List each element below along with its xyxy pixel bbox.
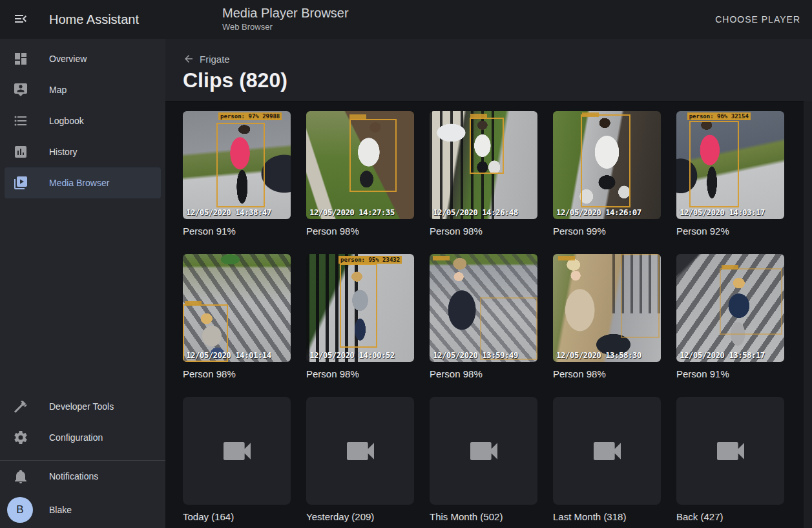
clip-timestamp: 12/05/2020 13:58:30 bbox=[556, 350, 641, 360]
folder-label: Yesterday (209) bbox=[306, 510, 414, 524]
sidebar-spacer bbox=[0, 198, 165, 391]
sidebar-item-media-browser[interactable]: Media Browser bbox=[5, 167, 161, 198]
clip-label: Person 99% bbox=[553, 224, 661, 238]
media-browser-panel: Frigate Clips (820) person: 97% 29988 12… bbox=[165, 39, 812, 528]
folder-card-today[interactable]: Today (164) bbox=[183, 397, 291, 524]
sidebar-item-label: Notifications bbox=[49, 471, 98, 481]
detection-tag bbox=[722, 265, 738, 269]
sidebar-item-map[interactable]: Map bbox=[0, 74, 165, 105]
sidebar-item-logbook[interactable]: Logbook bbox=[0, 105, 165, 136]
clip-label: Person 98% bbox=[306, 367, 414, 381]
clip-thumbnail: 12/05/2020 13:58:30 bbox=[553, 254, 661, 362]
clip-label: Person 98% bbox=[306, 224, 414, 238]
sidebar-item-overview[interactable]: Overview bbox=[0, 43, 165, 74]
clip-label: Person 98% bbox=[430, 224, 537, 238]
gear-icon bbox=[13, 430, 28, 445]
clip-thumbnail: person: 97% 29988 12/05/2020 14:38:47 bbox=[183, 111, 291, 219]
sidebar-item-label: Overview bbox=[49, 54, 87, 64]
sidebar-toggle-button[interactable] bbox=[6, 5, 35, 34]
breadcrumb-back[interactable]: Frigate bbox=[183, 53, 230, 65]
clip-card[interactable]: 12/05/2020 13:58:30 Person 98% bbox=[553, 254, 661, 381]
sidebar-item-history[interactable]: History bbox=[0, 136, 165, 167]
clip-card[interactable]: person: 96% 32154 12/05/2020 14:03:17 Pe… bbox=[676, 111, 784, 238]
detection-tag bbox=[433, 256, 450, 260]
sidebar-item-profile[interactable]: B Blake bbox=[0, 492, 165, 528]
sidebar-item-label: History bbox=[49, 147, 78, 157]
clip-timestamp: 12/05/2020 14:38:47 bbox=[186, 207, 271, 217]
clip-label: Person 98% bbox=[553, 367, 661, 381]
clip-card[interactable]: 12/05/2020 14:26:48 Person 98% bbox=[430, 111, 537, 238]
vertical-scrollbar[interactable] bbox=[804, 101, 812, 528]
clip-timestamp: 12/05/2020 13:58:17 bbox=[680, 350, 765, 360]
history-chart-icon bbox=[13, 144, 28, 160]
detection-box bbox=[581, 114, 630, 207]
clip-card[interactable]: 12/05/2020 13:58:17 Person 91% bbox=[676, 254, 784, 381]
page-title: Clips (820) bbox=[183, 69, 287, 92]
clip-thumbnail: 12/05/2020 13:58:17 bbox=[676, 254, 784, 362]
clip-card[interactable]: person: 97% 29988 12/05/2020 14:38:47 Pe… bbox=[183, 111, 291, 238]
folder-card-back[interactable]: Back (427) bbox=[676, 397, 784, 524]
clip-thumbnail: person: 96% 32154 12/05/2020 14:03:17 bbox=[676, 111, 784, 219]
folder-thumbnail bbox=[183, 397, 291, 505]
breadcrumb-label: Frigate bbox=[200, 54, 230, 65]
clip-label: Person 91% bbox=[183, 224, 291, 238]
detection-tag: person: 95% 23432 bbox=[338, 256, 402, 264]
arrow-left-icon bbox=[183, 53, 194, 65]
detection-box bbox=[621, 254, 660, 338]
clip-label: Person 91% bbox=[676, 367, 784, 381]
video-camera-icon bbox=[466, 433, 502, 469]
detection-box bbox=[216, 123, 265, 207]
panel-title: Media Player Browser bbox=[222, 5, 349, 21]
folder-label: Back (427) bbox=[676, 510, 784, 524]
clip-timestamp: 12/05/2020 14:01:14 bbox=[186, 350, 271, 360]
folders-row: Today (164) Yesterday (209) This Month (… bbox=[183, 397, 784, 524]
content-header: Frigate Clips (820) bbox=[165, 39, 812, 101]
folder-card-last-month[interactable]: Last Month (318) bbox=[553, 397, 661, 524]
logbook-list-icon bbox=[13, 113, 28, 129]
app-bar: Home Assistant Media Player Browser Web … bbox=[0, 0, 812, 39]
app-title: Home Assistant bbox=[49, 12, 139, 27]
clip-card[interactable]: 12/05/2020 14:26:07 Person 99% bbox=[553, 111, 661, 238]
media-browser-icon bbox=[13, 175, 28, 191]
folder-thumbnail bbox=[430, 397, 537, 505]
folder-card-yesterday[interactable]: Yesterday (209) bbox=[306, 397, 414, 524]
menu-open-icon bbox=[13, 11, 28, 28]
clips-grid: person: 97% 29988 12/05/2020 14:38:47 Pe… bbox=[183, 111, 784, 528]
video-camera-icon bbox=[342, 433, 379, 469]
sidebar: Overview Map Logbook History Media Brows… bbox=[0, 39, 165, 528]
detection-tag bbox=[582, 112, 599, 117]
sidebar-nav: Overview Map Logbook History Media Brows… bbox=[0, 39, 165, 198]
folder-thumbnail bbox=[553, 397, 661, 505]
folder-card-this-month[interactable]: This Month (502) bbox=[430, 397, 537, 524]
clip-timestamp: 12/05/2020 14:26:48 bbox=[433, 207, 518, 217]
clip-timestamp: 12/05/2020 14:00:52 bbox=[309, 350, 395, 360]
clip-thumbnail: person: 95% 23432 12/05/2020 14:00:52 bbox=[306, 254, 414, 362]
map-account-icon bbox=[13, 82, 28, 98]
clip-card[interactable]: 12/05/2020 13:59:49 Person 98% bbox=[430, 254, 537, 381]
video-camera-icon bbox=[219, 433, 255, 469]
sidebar-item-developer-tools[interactable]: Developer Tools bbox=[0, 391, 165, 422]
sidebar-item-notifications[interactable]: Notifications bbox=[0, 461, 165, 492]
sidebar-item-label: Logbook bbox=[49, 116, 84, 126]
detection-box bbox=[340, 264, 377, 348]
clips-row: person: 97% 29988 12/05/2020 14:38:47 Pe… bbox=[183, 111, 784, 238]
clip-card[interactable]: person: 95% 23432 12/05/2020 14:00:52 Pe… bbox=[306, 254, 414, 381]
dashboard-icon bbox=[13, 51, 28, 67]
clip-timestamp: 12/05/2020 14:27:35 bbox=[309, 207, 395, 217]
clip-card[interactable]: 12/05/2020 14:01:14 Person 98% bbox=[183, 254, 291, 381]
detection-box bbox=[689, 121, 739, 207]
clip-timestamp: 12/05/2020 14:03:17 bbox=[680, 207, 765, 217]
detection-tag bbox=[185, 301, 202, 306]
sidebar-item-label: Developer Tools bbox=[49, 401, 114, 412]
detection-box bbox=[470, 118, 504, 174]
clips-row: 12/05/2020 14:01:14 Person 98% person: 9… bbox=[183, 254, 784, 381]
folder-label: Last Month (318) bbox=[553, 510, 661, 524]
detection-tag: person: 97% 29988 bbox=[218, 112, 282, 120]
choose-player-button[interactable]: CHOOSE PLAYER bbox=[710, 9, 806, 30]
folder-label: This Month (502) bbox=[430, 510, 537, 524]
detection-box bbox=[720, 268, 782, 335]
bell-icon bbox=[13, 469, 28, 484]
detection-tag bbox=[349, 114, 366, 119]
sidebar-item-configuration[interactable]: Configuration bbox=[0, 422, 165, 453]
clip-card[interactable]: 12/05/2020 14:27:35 Person 98% bbox=[306, 111, 414, 238]
